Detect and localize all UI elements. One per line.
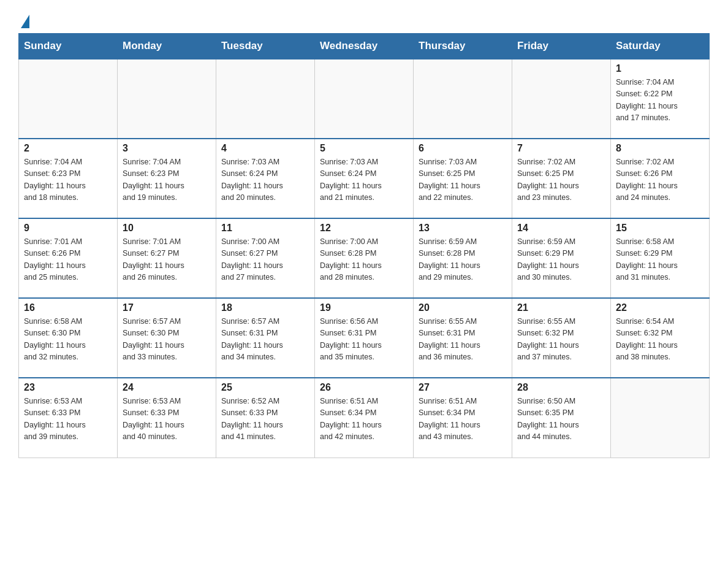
calendar-cell [19, 59, 118, 139]
calendar-cell: 2Sunrise: 7:04 AMSunset: 6:23 PMDaylight… [19, 139, 118, 218]
day-number: 10 [123, 223, 211, 234]
calendar-cell: 10Sunrise: 7:01 AMSunset: 6:27 PMDayligh… [118, 218, 216, 298]
day-number: 3 [123, 143, 211, 154]
calendar-cell [315, 59, 414, 139]
day-info: Sunrise: 7:03 AMSunset: 6:24 PMDaylight:… [320, 156, 408, 204]
calendar-cell [216, 59, 315, 139]
calendar-week-row: 2Sunrise: 7:04 AMSunset: 6:23 PMDaylight… [19, 139, 710, 218]
day-number: 6 [419, 143, 507, 154]
day-number: 24 [123, 382, 211, 393]
calendar-cell: 5Sunrise: 7:03 AMSunset: 6:24 PMDaylight… [315, 139, 414, 218]
day-number: 19 [320, 302, 408, 313]
calendar-col-friday: Friday [512, 34, 611, 59]
day-info: Sunrise: 6:58 AMSunset: 6:30 PMDaylight:… [24, 316, 112, 364]
day-info: Sunrise: 6:59 AMSunset: 6:28 PMDaylight:… [419, 236, 507, 284]
day-number: 17 [123, 302, 211, 313]
calendar-cell: 6Sunrise: 7:03 AMSunset: 6:25 PMDaylight… [414, 139, 512, 218]
calendar-cell: 15Sunrise: 6:58 AMSunset: 6:29 PMDayligh… [611, 218, 710, 298]
page-header [18, 12, 710, 27]
calendar-cell: 19Sunrise: 6:56 AMSunset: 6:31 PMDayligh… [315, 298, 414, 378]
calendar-cell: 13Sunrise: 6:59 AMSunset: 6:28 PMDayligh… [414, 218, 512, 298]
calendar-cell [512, 59, 611, 139]
day-number: 25 [221, 382, 309, 393]
day-number: 18 [221, 302, 309, 313]
day-info: Sunrise: 6:55 AMSunset: 6:32 PMDaylight:… [517, 316, 605, 364]
day-number: 15 [616, 223, 704, 234]
calendar-cell: 18Sunrise: 6:57 AMSunset: 6:31 PMDayligh… [216, 298, 315, 378]
calendar-cell: 3Sunrise: 7:04 AMSunset: 6:23 PMDaylight… [118, 139, 216, 218]
day-info: Sunrise: 7:03 AMSunset: 6:24 PMDaylight:… [221, 156, 309, 204]
day-number: 27 [419, 382, 507, 393]
day-info: Sunrise: 6:51 AMSunset: 6:34 PMDaylight:… [419, 396, 507, 443]
day-info: Sunrise: 6:58 AMSunset: 6:29 PMDaylight:… [616, 236, 704, 284]
day-info: Sunrise: 6:55 AMSunset: 6:31 PMDaylight:… [419, 316, 507, 364]
calendar-cell: 22Sunrise: 6:54 AMSunset: 6:32 PMDayligh… [611, 298, 710, 378]
calendar-cell: 8Sunrise: 7:02 AMSunset: 6:26 PMDaylight… [611, 139, 710, 218]
calendar-cell: 26Sunrise: 6:51 AMSunset: 6:34 PMDayligh… [315, 378, 414, 458]
day-number: 20 [419, 302, 507, 313]
day-number: 28 [517, 382, 605, 393]
calendar-cell: 28Sunrise: 6:50 AMSunset: 6:35 PMDayligh… [512, 378, 611, 458]
calendar-header-row: SundayMondayTuesdayWednesdayThursdayFrid… [19, 34, 710, 59]
calendar-col-sunday: Sunday [19, 34, 118, 59]
day-number: 2 [24, 143, 112, 154]
calendar-cell: 21Sunrise: 6:55 AMSunset: 6:32 PMDayligh… [512, 298, 611, 378]
calendar-col-monday: Monday [118, 34, 216, 59]
day-info: Sunrise: 6:56 AMSunset: 6:31 PMDaylight:… [320, 316, 408, 364]
day-info: Sunrise: 7:02 AMSunset: 6:26 PMDaylight:… [616, 156, 704, 204]
day-number: 16 [24, 302, 112, 313]
day-number: 7 [517, 143, 605, 154]
day-info: Sunrise: 7:03 AMSunset: 6:25 PMDaylight:… [419, 156, 507, 204]
day-info: Sunrise: 7:01 AMSunset: 6:27 PMDaylight:… [123, 236, 211, 284]
day-number: 9 [24, 223, 112, 234]
calendar-cell: 16Sunrise: 6:58 AMSunset: 6:30 PMDayligh… [19, 298, 118, 378]
day-number: 23 [24, 382, 112, 393]
calendar-cell: 17Sunrise: 6:57 AMSunset: 6:30 PMDayligh… [118, 298, 216, 378]
calendar-cell: 11Sunrise: 7:00 AMSunset: 6:27 PMDayligh… [216, 218, 315, 298]
day-info: Sunrise: 7:00 AMSunset: 6:28 PMDaylight:… [320, 236, 408, 284]
calendar-week-row: 16Sunrise: 6:58 AMSunset: 6:30 PMDayligh… [19, 298, 710, 378]
day-number: 1 [616, 63, 704, 74]
calendar-cell: 7Sunrise: 7:02 AMSunset: 6:25 PMDaylight… [512, 139, 611, 218]
day-number: 22 [616, 302, 704, 313]
calendar-col-wednesday: Wednesday [315, 34, 414, 59]
day-number: 21 [517, 302, 605, 313]
day-info: Sunrise: 6:54 AMSunset: 6:32 PMDaylight:… [616, 316, 704, 364]
day-info: Sunrise: 6:53 AMSunset: 6:33 PMDaylight:… [24, 396, 112, 443]
calendar-col-thursday: Thursday [414, 34, 512, 59]
day-info: Sunrise: 7:01 AMSunset: 6:26 PMDaylight:… [24, 236, 112, 284]
day-info: Sunrise: 7:02 AMSunset: 6:25 PMDaylight:… [517, 156, 605, 204]
calendar-cell: 20Sunrise: 6:55 AMSunset: 6:31 PMDayligh… [414, 298, 512, 378]
day-info: Sunrise: 7:04 AMSunset: 6:23 PMDaylight:… [123, 156, 211, 204]
calendar-week-row: 1Sunrise: 7:04 AMSunset: 6:22 PMDaylight… [19, 59, 710, 139]
day-number: 13 [419, 223, 507, 234]
day-info: Sunrise: 6:52 AMSunset: 6:33 PMDaylight:… [221, 396, 309, 443]
calendar-cell [611, 378, 710, 458]
day-number: 5 [320, 143, 408, 154]
calendar-cell: 23Sunrise: 6:53 AMSunset: 6:33 PMDayligh… [19, 378, 118, 458]
day-info: Sunrise: 6:53 AMSunset: 6:33 PMDaylight:… [123, 396, 211, 443]
day-info: Sunrise: 7:04 AMSunset: 6:23 PMDaylight:… [24, 156, 112, 204]
logo [18, 12, 29, 27]
calendar-cell: 12Sunrise: 7:00 AMSunset: 6:28 PMDayligh… [315, 218, 414, 298]
day-info: Sunrise: 6:50 AMSunset: 6:35 PMDaylight:… [517, 396, 605, 443]
calendar-week-row: 23Sunrise: 6:53 AMSunset: 6:33 PMDayligh… [19, 378, 710, 458]
day-number: 8 [616, 143, 704, 154]
day-number: 14 [517, 223, 605, 234]
calendar-cell [118, 59, 216, 139]
day-info: Sunrise: 6:51 AMSunset: 6:34 PMDaylight:… [320, 396, 408, 443]
calendar-cell: 9Sunrise: 7:01 AMSunset: 6:26 PMDaylight… [19, 218, 118, 298]
day-info: Sunrise: 7:00 AMSunset: 6:27 PMDaylight:… [221, 236, 309, 284]
day-info: Sunrise: 7:04 AMSunset: 6:22 PMDaylight:… [616, 77, 704, 124]
calendar-col-saturday: Saturday [611, 34, 710, 59]
calendar-cell: 1Sunrise: 7:04 AMSunset: 6:22 PMDaylight… [611, 59, 710, 139]
calendar-cell: 14Sunrise: 6:59 AMSunset: 6:29 PMDayligh… [512, 218, 611, 298]
day-number: 4 [221, 143, 309, 154]
calendar-week-row: 9Sunrise: 7:01 AMSunset: 6:26 PMDaylight… [19, 218, 710, 298]
day-number: 11 [221, 223, 309, 234]
day-number: 26 [320, 382, 408, 393]
calendar-cell: 4Sunrise: 7:03 AMSunset: 6:24 PMDaylight… [216, 139, 315, 218]
day-number: 12 [320, 223, 408, 234]
calendar-table: SundayMondayTuesdayWednesdayThursdayFrid… [18, 33, 710, 458]
calendar-cell: 24Sunrise: 6:53 AMSunset: 6:33 PMDayligh… [118, 378, 216, 458]
